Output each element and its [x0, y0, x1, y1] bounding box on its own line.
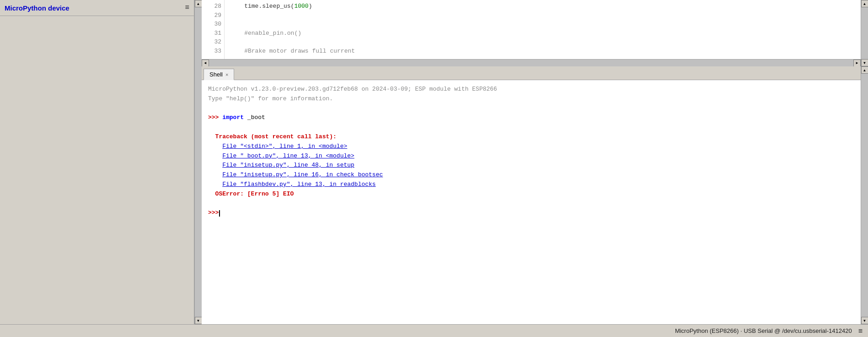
- h-scroll-right[interactable]: ►: [853, 60, 861, 67]
- tab-shell[interactable]: Shell ×: [204, 69, 234, 80]
- code-line-29: [230, 11, 855, 20]
- code-line-30: [230, 20, 855, 29]
- shell-tab-bar: Shell ×: [202, 66, 861, 80]
- traceback-file2: File "_boot.py", line 13, in <module>: [208, 152, 854, 161]
- traceback-file2-link[interactable]: File "_boot.py", line 13, in <module>: [222, 152, 354, 159]
- status-text: MicroPython (ESP8266) · USB Serial @ /de…: [675, 327, 863, 335]
- scroll-up-arrow[interactable]: ▲: [195, 0, 202, 7]
- shell-tab-close[interactable]: ×: [225, 72, 228, 77]
- sidebar-header: MicroPython device ≡: [0, 0, 194, 16]
- scroll-down-arrow[interactable]: ▼: [195, 317, 202, 324]
- shell-import-kw: import _boot: [222, 114, 265, 121]
- traceback-file5-link[interactable]: File "flashbdev.py", line 13, in readblo…: [222, 181, 375, 188]
- status-bar: MicroPython (ESP8266) · USB Serial @ /de…: [0, 324, 868, 337]
- code-line-31: #enable_pin.on(): [230, 29, 855, 38]
- sidebar-title: MicroPython device: [5, 4, 70, 12]
- shell-tab-label: Shell: [209, 71, 223, 78]
- editor-right-scrollbar: ▲ ▼: [861, 0, 868, 66]
- line-num-32: 32: [204, 38, 221, 47]
- h-scroll-left[interactable]: ◄: [202, 60, 209, 67]
- line-num-31: 31: [204, 29, 221, 38]
- line-num-30: 30: [204, 20, 221, 29]
- editor-scroll-down[interactable]: ▼: [861, 59, 868, 66]
- shell-output[interactable]: MicroPython v1.23.0-preview.203.gd712feb…: [202, 80, 861, 324]
- left-scrollbar: ▲ ▼: [194, 0, 202, 324]
- line-num-29: 29: [204, 11, 221, 20]
- horizontal-scrollbar: ◄ ►: [202, 59, 861, 66]
- code-lines[interactable]: time.sleep_us(1000) #enable_pin.on() #Br…: [225, 0, 861, 59]
- code-content: 28 29 30 31 32 33 time.sleep_us(1000): [202, 0, 861, 59]
- scroll-track-left[interactable]: [195, 7, 202, 317]
- sidebar-content: [0, 16, 194, 324]
- shell-import-line: >>> import _boot: [208, 113, 854, 123]
- shell-cursor: [219, 210, 220, 217]
- h-scroll-track[interactable]: [209, 60, 853, 67]
- traceback-file1: File "<stdin>", line 1, in <module>: [208, 142, 854, 152]
- shell-right-scrollbar: ▲ ▼: [861, 66, 868, 324]
- traceback-header: Traceback (most recent call last):: [208, 132, 854, 142]
- sidebar: MicroPython device ≡: [0, 0, 194, 324]
- shell-panel: Shell × MicroPython v1.23.0-preview.203.…: [202, 66, 861, 324]
- code-line-28: time.sleep_us(1000): [230, 2, 855, 11]
- code-editor: 28 29 30 31 32 33 time.sleep_us(1000): [202, 0, 861, 59]
- sidebar-menu-icon[interactable]: ≡: [185, 4, 189, 12]
- line-numbers: 28 29 30 31 32 33: [202, 0, 225, 59]
- shell-prompt1: >>>: [208, 114, 222, 121]
- shell-section: Shell × MicroPython v1.23.0-preview.203.…: [202, 66, 868, 324]
- shell-info-line2: Type "help()" for more information.: [208, 94, 854, 104]
- shell-cursor-line: >>>: [208, 208, 854, 218]
- traceback-file1-link[interactable]: File "<stdin>", line 1, in <module>: [222, 143, 347, 150]
- code-line-33: #Brake motor draws full current: [230, 47, 855, 56]
- editor-scroll-track[interactable]: [861, 7, 868, 59]
- traceback-file3-link[interactable]: File "inisetup.py", line 48, in setup: [222, 162, 354, 168]
- editor-scroll-up[interactable]: ▲: [861, 0, 868, 7]
- shell-import-module: _boot: [247, 114, 265, 121]
- traceback-block: Traceback (most recent call last): File …: [208, 132, 854, 199]
- shell-info-line1: MicroPython v1.23.0-preview.203.gd712feb…: [208, 85, 854, 94]
- traceback-file4: File "inisetup.py", line 16, in check_bo…: [208, 170, 854, 180]
- shell-scroll-track[interactable]: [861, 74, 868, 317]
- traceback-file5: File "flashbdev.py", line 13, in readblo…: [208, 180, 854, 190]
- oserror-line: OSError: [Errno 5] EIO: [208, 190, 854, 199]
- traceback-file3: File "inisetup.py", line 48, in setup: [208, 161, 854, 170]
- editor-area: 28 29 30 31 32 33 time.sleep_us(1000): [202, 0, 861, 66]
- status-menu-icon[interactable]: ≡: [858, 327, 863, 335]
- line-num-33: 33: [204, 47, 221, 56]
- code-line-32: [230, 38, 855, 47]
- shell-scroll-up[interactable]: ▲: [861, 66, 868, 74]
- status-label: MicroPython (ESP8266) · USB Serial @ /de…: [675, 327, 852, 334]
- line-num-28: 28: [204, 2, 221, 11]
- right-panel: 28 29 30 31 32 33 time.sleep_us(1000): [202, 0, 868, 324]
- shell-prompt2: >>>: [208, 208, 219, 218]
- traceback-file4-link[interactable]: File "inisetup.py", line 16, in check_bo…: [222, 171, 383, 178]
- shell-scroll-down[interactable]: ▼: [861, 317, 868, 324]
- editor-section: 28 29 30 31 32 33 time.sleep_us(1000): [202, 0, 868, 66]
